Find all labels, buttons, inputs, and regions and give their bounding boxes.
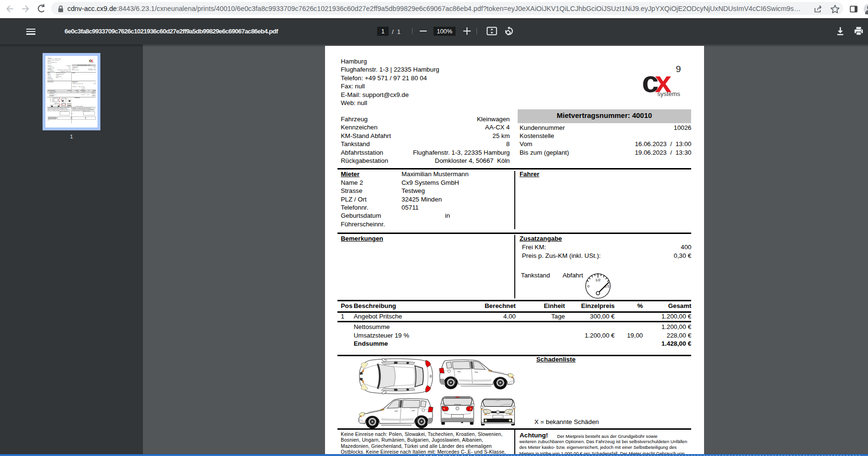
svg-text:1/2: 1/2 bbox=[595, 278, 601, 282]
svg-text:9: 9 bbox=[94, 58, 95, 60]
svg-text:systems: systems bbox=[657, 90, 680, 97]
svg-text:0: 0 bbox=[587, 284, 590, 288]
svg-text:systems: systems bbox=[91, 62, 95, 63]
svg-text:9: 9 bbox=[676, 64, 681, 74]
